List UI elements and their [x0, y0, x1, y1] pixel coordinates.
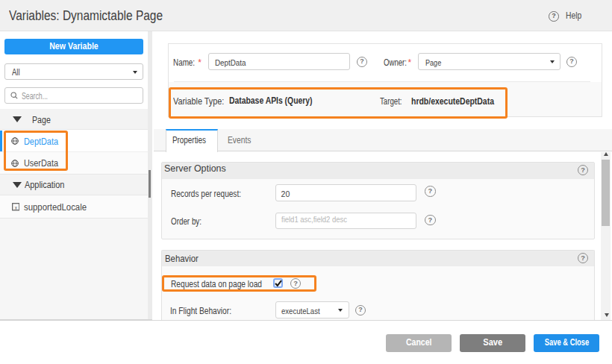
svg-text:x: x — [14, 205, 17, 210]
